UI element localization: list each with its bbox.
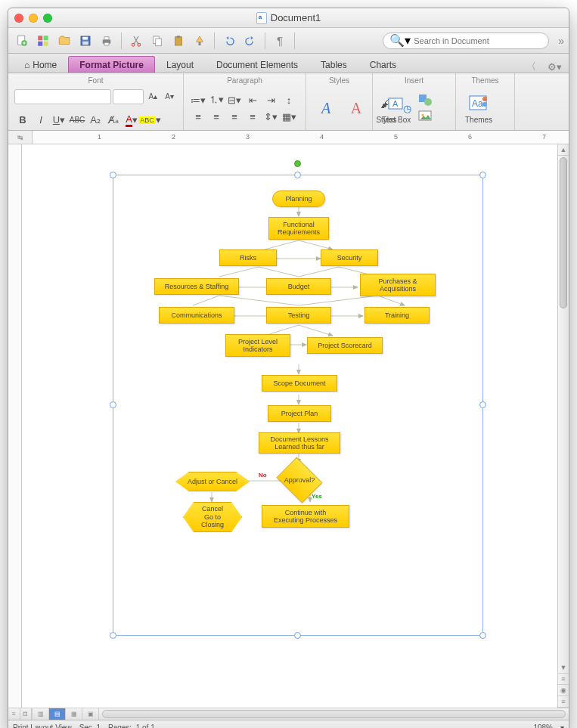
indent-button[interactable]: ⇥ — [262, 92, 279, 107]
bold-button[interactable]: B — [14, 113, 31, 128]
vertical-scrollbar[interactable]: ▲ ▼ ≡ ◉ ≡ — [557, 144, 569, 708]
status-view-label: Print Layout View — [13, 723, 72, 728]
vertical-ruler[interactable] — [8, 144, 22, 708]
node-continue-executing: Continue with Executing Processes — [262, 505, 349, 528]
highlight-button[interactable]: ABC▾ — [141, 113, 158, 128]
bullets-button[interactable]: ≔▾ — [190, 92, 206, 107]
node-testing: Testing — [266, 307, 331, 324]
copy-button[interactable] — [148, 32, 166, 50]
cut-button[interactable] — [127, 32, 145, 50]
hscroll-thumb[interactable] — [102, 710, 566, 718]
search-box[interactable]: 🔍▾ — [383, 33, 549, 49]
picture-selection[interactable]: Planning Functional Requirements Risks S… — [113, 175, 483, 636]
align-center-button[interactable]: ≡ — [208, 109, 225, 124]
browse-object-button[interactable]: ◉ — [558, 685, 569, 696]
tab-tables[interactable]: Tables — [309, 56, 358, 73]
next-page-button[interactable]: ≡ — [558, 696, 569, 708]
open-button[interactable] — [55, 32, 73, 50]
show-marks-button[interactable]: ¶ — [271, 32, 289, 50]
numbering-button[interactable]: ⒈▾ — [208, 92, 225, 107]
tab-layout[interactable]: Layout — [155, 56, 205, 73]
titlebar[interactable]: Document1 — [8, 8, 569, 28]
node-project-scorecard: Project Scorecard — [307, 337, 383, 354]
node-project-level-indicators: Project Level Indicators — [225, 334, 290, 357]
window-title: Document1 — [271, 12, 321, 23]
ribbon-settings-icon[interactable]: ⚙︎▾ — [548, 60, 560, 73]
shading-button[interactable]: ▦▾ — [281, 109, 297, 124]
save-button[interactable] — [76, 32, 95, 50]
scroll-up-button[interactable]: ▲ — [558, 144, 569, 156]
justify-button[interactable]: ≡ — [244, 109, 261, 124]
shape-button[interactable] — [417, 92, 433, 107]
textbox-button[interactable]: AText Box — [379, 91, 414, 125]
node-project-plan: Project Plan — [268, 405, 331, 422]
zoom-dropdown-icon[interactable]: ▾ — [560, 723, 564, 728]
shrink-font-button[interactable]: A▾ — [162, 89, 177, 104]
align-left-button[interactable]: ≡ — [190, 109, 206, 124]
svg-point-28 — [482, 102, 487, 107]
view-outline-button[interactable]: ⊟ — [20, 708, 33, 720]
scroll-thumb[interactable] — [560, 157, 567, 308]
format-painter-button[interactable] — [191, 32, 209, 50]
prev-page-button[interactable]: ≡ — [558, 674, 569, 685]
font-size-select[interactable] — [113, 89, 144, 104]
print-button[interactable] — [98, 32, 116, 50]
themes-button[interactable]: AaThemes — [462, 91, 495, 125]
ruler-corner[interactable]: ↹ — [8, 131, 33, 144]
sort-button[interactable]: ↕ — [281, 92, 297, 107]
ribbon-tabs: Home Format Picture Layout Document Elem… — [8, 54, 569, 73]
view-switcher-bar: ≡ ⊟ ▥ ▤ ▦ ▣ — [8, 708, 569, 720]
rotate-handle[interactable] — [294, 160, 301, 167]
redo-button[interactable] — [241, 32, 259, 50]
svg-point-13 — [138, 43, 141, 46]
scroll-down-button[interactable]: ▼ — [558, 662, 569, 674]
group-label-styles: Styles — [312, 75, 366, 86]
template-button[interactable] — [34, 32, 52, 50]
line-spacing-button[interactable]: ⇕▾ — [262, 109, 279, 124]
subscript-button[interactable]: A₂ — [87, 113, 104, 128]
node-budget: Budget — [266, 278, 331, 295]
ribbon: Font A▴ A▾ B I U▾ ABC A₂ A̸ₐ A▾ ABC▾ — [8, 73, 569, 131]
multilevel-button[interactable]: ⊟▾ — [226, 92, 243, 107]
group-label-paragraph: Paragraph — [190, 75, 299, 86]
font-color-button[interactable]: A▾ — [123, 113, 140, 128]
align-right-button[interactable]: ≡ — [226, 109, 243, 124]
clear-format-button[interactable]: A̸ₐ — [105, 113, 122, 128]
svg-rect-8 — [82, 41, 88, 45]
tab-document-elements[interactable]: Document Elements — [205, 56, 309, 73]
svg-rect-18 — [199, 42, 201, 45]
view-print-layout-button[interactable]: ▤ — [49, 708, 66, 720]
view-focus-button[interactable]: ▣ — [82, 708, 99, 720]
document-icon — [256, 12, 267, 24]
tab-format-picture[interactable]: Format Picture — [68, 56, 155, 73]
svg-point-27 — [482, 97, 487, 101]
undo-button[interactable] — [220, 32, 238, 50]
font-family-select[interactable] — [14, 89, 111, 104]
label-no: No — [259, 472, 267, 479]
paste-button[interactable] — [169, 32, 188, 50]
change-styles-button[interactable]: A — [343, 96, 370, 120]
view-notebook-button[interactable]: ▦ — [66, 708, 82, 720]
quick-styles-button[interactable]: A — [312, 96, 340, 120]
strike-button[interactable]: ABC — [69, 113, 85, 128]
new-doc-button[interactable] — [13, 32, 31, 50]
collapse-ribbon-icon[interactable]: 〈 — [526, 60, 538, 73]
view-publishing-button[interactable]: ▥ — [33, 708, 49, 720]
tab-home[interactable]: Home — [13, 56, 68, 73]
status-zoom[interactable]: 108% — [533, 723, 553, 728]
view-draft-button[interactable]: ≡ — [8, 708, 20, 720]
flowchart-image: Planning Functional Requirements Risks S… — [113, 175, 482, 635]
node-training: Training — [365, 307, 430, 324]
document-page[interactable]: Planning Functional Requirements Risks S… — [22, 144, 557, 708]
quick-access-toolbar: ¶ 🔍▾ » — [8, 28, 569, 54]
outdent-button[interactable]: ⇤ — [244, 92, 261, 107]
italic-button[interactable]: I — [33, 113, 49, 128]
picture-button[interactable] — [417, 109, 433, 124]
horizontal-ruler[interactable]: ↹ 1 2 3 4 5 6 7 — [8, 131, 569, 144]
underline-button[interactable]: U▾ — [51, 113, 67, 128]
search-input[interactable] — [414, 36, 542, 45]
tab-charts[interactable]: Charts — [358, 56, 408, 73]
expand-icon[interactable]: » — [558, 35, 564, 47]
node-scope-document: Scope Document — [262, 375, 337, 392]
grow-font-button[interactable]: A▴ — [145, 89, 160, 104]
